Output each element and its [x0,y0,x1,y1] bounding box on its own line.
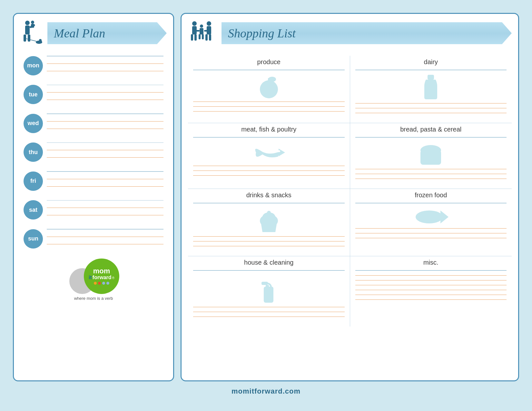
day-lines-tue [47,85,163,105]
svg-point-16 [200,24,203,28]
misc-lines [355,270,507,304]
svg-point-20 [207,21,211,26]
line-orange [47,208,163,208]
milk-bottle-icon [423,75,439,101]
svg-rect-18 [199,34,201,39]
person-silhouette-icon [20,20,43,46]
logo-area: mom it forward ® w [20,259,167,301]
svg-rect-1 [25,25,30,34]
line-orange [47,237,163,237]
line-orange [47,71,163,71]
logo-dot-3 [102,282,105,285]
apple-icon [256,75,282,99]
misc-section: misc. [350,256,512,327]
day-row-fri: fri [24,171,163,191]
svg-rect-13 [192,26,197,34]
dairy-title: dairy [355,58,507,66]
cupcake-icon [256,208,282,234]
meal-plan-panel: Meal Plan mon [13,13,174,381]
line-orange [47,121,163,122]
dairy-section: dairy [350,56,512,123]
day-row-wed: wed [24,113,163,133]
day-lines-fri [47,171,163,191]
svg-marker-38 [440,210,448,223]
svg-rect-21 [207,26,211,34]
line-blue [47,85,163,85]
day-row-thu: thu [24,142,163,162]
line-blue [47,113,163,114]
frozen-fish-icon [413,208,448,226]
fish-icon [253,142,285,163]
day-row-mon: mon [24,56,163,76]
svg-rect-14 [191,34,193,41]
svg-rect-10 [41,41,42,43]
shopping-list-header: Shopping List [188,20,512,46]
svg-rect-17 [200,28,203,34]
day-lines-wed [47,113,163,133]
shopping-row-3: drinks & snacks [188,189,512,256]
meal-plan-header: Meal Plan [20,20,167,46]
svg-point-31 [278,150,280,152]
produce-title: produce [193,58,345,66]
meat-lines [193,137,345,180]
bread-title: bread, pasta & cereal [355,126,507,133]
line-orange [47,179,163,179]
drinks-section: drinks & snacks [188,189,350,256]
line-orange [47,92,163,93]
day-lines-sat [47,200,163,220]
main-content: Meal Plan mon [13,13,519,381]
day-lines-thu [47,142,163,162]
day-circle-sun: sun [24,229,43,249]
svg-rect-25 [204,30,207,32]
line-orange [47,215,163,215]
shopping-list-panel: Shopping List produce [181,13,519,381]
svg-rect-9 [38,41,39,43]
day-circle-tue: tue [24,85,43,104]
day-row-sat: sat [24,200,163,220]
line-orange [47,157,163,158]
produce-lines [193,70,345,116]
misc-title: misc. [355,259,507,266]
logo-dots [94,282,109,285]
svg-rect-24 [196,30,200,32]
day-lines-mon [47,56,163,76]
frozen-title: frozen food [355,191,507,199]
logo-container: mom it forward ® [68,259,119,294]
produce-section: produce [188,56,350,123]
frozen-lines [355,203,507,243]
bread-icon [418,142,444,166]
frozen-section: frozen food [350,189,512,256]
svg-point-36 [267,211,271,215]
day-circle-sat: sat [24,200,43,220]
day-row-tue: tue [24,85,163,105]
spray-bottle-icon [260,275,278,304]
produce-icon [193,75,345,99]
svg-point-37 [416,210,443,223]
footer: momitforward.com [232,385,300,398]
bread-section: bread, pasta & cereal [350,123,512,189]
logo-mom: mom [93,268,110,275]
line-blue [47,56,163,56]
shopping-row-2: meat, fish & poultry [188,123,512,189]
house-title: house & cleaning [193,259,345,266]
shopping-row-4: house & cleaning [188,256,512,327]
drinks-title: drinks & snacks [193,191,345,199]
day-lines-sun [47,229,163,249]
meat-icon [193,142,345,163]
svg-rect-15 [194,34,197,41]
svg-rect-22 [205,34,208,41]
shopping-grid: produce [188,56,512,327]
line-orange [47,150,163,150]
line-orange [47,186,163,187]
shopping-row-1: produce [188,56,512,123]
svg-point-0 [25,21,30,25]
bread-icon [355,142,507,166]
meal-plan-title: Meal Plan [54,26,105,40]
family-silhouette-icon [188,20,217,46]
day-circle-wed: wed [24,114,43,133]
footer-text: momitforward.com [232,387,300,395]
house-section: house & cleaning [188,256,350,327]
days-list: mon tue [20,56,167,249]
day-circle-mon: mon [24,56,43,75]
logo-it-forward: it forward ® [89,275,114,280]
